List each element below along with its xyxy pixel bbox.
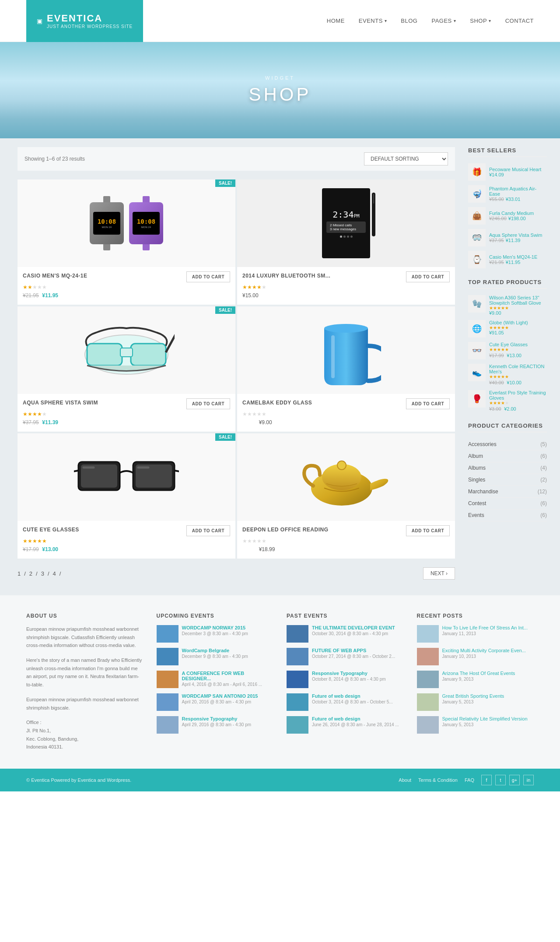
add-to-cart-button[interactable]: ADD TO CART [186,398,230,409]
sidebar: BEST SELLERS 🎁 Pecoware Musical Heart ¥1… [464,138,560,595]
nav-contact[interactable]: CONTACT [505,18,534,24]
category-item: Album(6) [468,450,547,462]
nav-pages[interactable]: PAGES [431,18,456,24]
add-to-cart-button[interactable]: ADD TO CART [186,525,230,536]
product-card: SALE! [18,306,235,432]
best-seller-image: 🎁 [468,163,486,181]
category-item: Singles(2) [468,474,547,486]
post-title[interactable]: Exciting Multi Activity Corporate Even..… [442,648,526,653]
event-title[interactable]: A CONFERENCE FOR WEB DESIGNER... [182,671,274,681]
add-to-cart-button[interactable]: ADD TO CART [186,271,230,282]
post-date: January 5, 2013 [442,722,528,727]
footer-link-about[interactable]: About [399,777,411,783]
top-rated-item: 👓 Cute Eye Glasses ★★★★★ ¥17.99 ¥13.00 [468,342,547,359]
add-to-cart-button[interactable]: ADD TO CART [406,271,450,282]
product-info: CUTE EYE GLASSES ADD TO CART ★★★★★ ¥17.9… [18,521,235,559]
phone-dots [340,236,353,238]
event-date: October 27, 2014 @ 8:30 am - October 2..… [312,654,395,659]
top-rated-name[interactable]: Cute Eye Glasses [489,342,528,347]
category-link[interactable]: Marchandise [468,489,498,495]
post-title[interactable]: How To Live Life Free Of Stress An Int..… [442,625,528,630]
top-rated-info: Wilson A360 Series 13" Slowpitch Softbal… [489,295,547,316]
event-title[interactable]: Future of web design [312,716,399,721]
post-title[interactable]: Arizona The Host Of Great Events [442,671,515,676]
category-link[interactable]: Singles [468,477,485,483]
linkedin-icon[interactable]: in [523,775,534,785]
category-count: (2) [540,477,547,483]
event-info: A CONFERENCE FOR WEB DESIGNER... April 4… [182,671,274,687]
category-link[interactable]: Events [468,512,484,518]
event-title[interactable]: WORDCAMP NORWAY 2015 [182,625,248,630]
top-rated-name[interactable]: Globe (With Light) [489,320,528,325]
product-actions: CASIO MEN'S MQ-24-1E ADD TO CART [23,271,230,282]
category-count: (6) [540,512,547,518]
logo-area[interactable]: ▣ EVENTICA JUST ANOTHER WORDPRESS SITE [26,0,143,42]
category-link[interactable]: Albums [468,465,486,471]
nav-blog[interactable]: BLOG [401,18,417,24]
footer-link-faq[interactable]: FAQ [465,777,474,783]
add-to-cart-button[interactable]: ADD TO CART [406,398,450,409]
categories-section: PRODUCT CATEGORIES Accessories(5) Album(… [468,422,547,521]
category-link[interactable]: Contest [468,500,486,506]
page-num-2[interactable]: 2 [29,570,32,577]
best-seller-item: ⌚ Casio Men's MQ24-1E ¥21.95¥11.95 [468,251,547,268]
event-title[interactable]: FUTURE OF WEB APPS [312,648,395,653]
best-seller-name[interactable]: Phantom Aquatics Air-Ease [489,186,547,197]
post-date: January 5, 2013 [442,699,504,704]
sort-select[interactable]: DEFAULT SORTING Sort by popularity Sort … [364,152,448,165]
footer-link-terms[interactable]: Terms & Condition [418,777,458,783]
page-numbers: 1 / 2 / 3 / 4 / [18,570,61,577]
top-rated-orig-price: ¥17.99 [489,353,504,358]
top-rated-name[interactable]: Everlast Pro Style Training Gloves [489,390,547,401]
nav-events[interactable]: EVENTS [359,18,387,24]
event-title[interactable]: Future of web design [312,693,393,699]
event-info: Responsive Typography October 8, 2014 @ … [312,671,386,682]
top-rated-name[interactable]: Kenneth Cole REACTION Men's [489,364,547,374]
post-title[interactable]: Great British Sporting Events [442,693,504,699]
twitter-icon[interactable]: t [495,775,506,785]
best-seller-price: ¥21.95¥11.95 [489,260,537,265]
product-info: CAMELBAK EDDY GLASS ADD TO CART ★★★★★ ¥0… [237,394,455,432]
top-rated-price: ¥9.00 [489,310,547,316]
event-title[interactable]: WordCamp Belgrade [182,648,248,653]
page-num-3[interactable]: 3 [41,570,44,577]
past-event-item: Future of web design October 3, 2014 @ 8… [287,693,404,711]
product-info: AQUA SPHERE VISTA SWIM ADD TO CART ★★★★★… [18,394,235,432]
best-seller-name[interactable]: Pecoware Musical Heart [489,167,541,172]
nav-home[interactable]: HOME [327,18,345,24]
best-seller-name[interactable]: Aqua Sphere Vista Swim [489,232,542,238]
svg-point-15 [337,461,346,470]
post-thumbnail [417,693,439,711]
event-title[interactable]: Responsive Typography [182,716,252,721]
nav-shop[interactable]: SHOP [470,18,491,24]
page-num-4[interactable]: 4 [53,570,56,577]
facebook-icon[interactable]: f [481,775,492,785]
add-to-cart-button[interactable]: ADD TO CART [406,525,450,536]
event-date: April 20, 2016 @ 8:30 am - 4:30 pm [182,699,258,704]
top-rated-name[interactable]: Wilson A360 Series 13" Slowpitch Softbal… [489,295,547,306]
footer-recent-title: RECENT POSTS [417,613,534,619]
price-area: ¥17.99 ¥13.00 [23,546,230,552]
pagination: 1 / 2 / 3 / 4 / NEXT › [18,560,455,587]
event-info: Future of web design October 3, 2014 @ 8… [312,693,393,704]
next-button[interactable]: NEXT › [423,567,455,580]
best-seller-name[interactable]: Casio Men's MQ24-1E [489,254,537,260]
best-seller-name[interactable]: Furla Candy Medium [489,211,534,216]
googleplus-icon[interactable]: g+ [509,775,520,785]
best-sellers-section: BEST SELLERS 🎁 Pecoware Musical Heart ¥1… [468,147,547,268]
category-link[interactable]: Album [468,453,483,459]
product-card: 2:34PM 2 Missed calls 3 new messages [237,179,455,305]
top-rated-stars: ★★★★★ [489,306,547,310]
post-title[interactable]: Special Relativity Lite Simplified Versi… [442,716,528,721]
product-actions: CUTE EYE GLASSES ADD TO CART [23,525,230,536]
event-title[interactable]: THE ULTIMATE DEVELOPER EVENT [312,625,395,630]
post-thumbnail [417,648,439,665]
event-title[interactable]: Responsive Typography [312,671,386,676]
page-num-1[interactable]: 1 [18,570,21,577]
svg-rect-1 [87,344,122,366]
footer-bottom: © Eventica Powered by Eventica and Wordp… [0,769,560,791]
event-title[interactable]: WORDCAMP SAN ANTONIO 2015 [182,693,258,699]
product-stars: ★★★★★ [242,284,450,290]
best-seller-price: ¥37.95¥11.39 [489,238,542,243]
category-link[interactable]: Accessories [468,441,497,447]
